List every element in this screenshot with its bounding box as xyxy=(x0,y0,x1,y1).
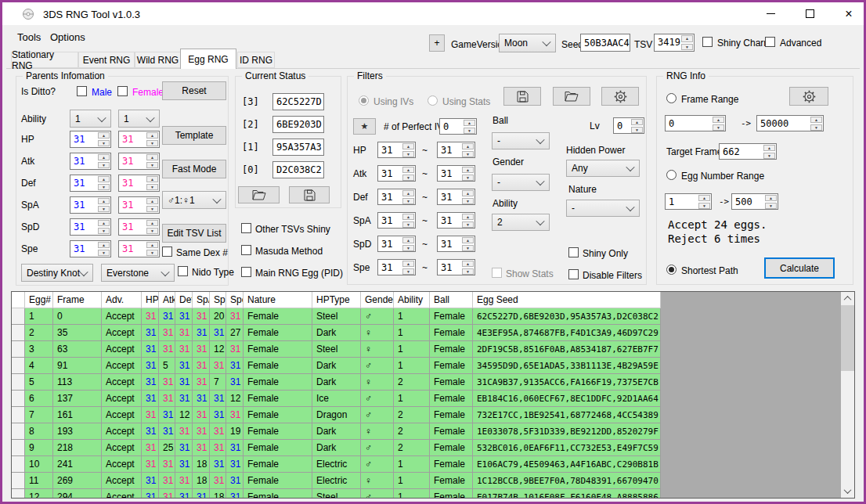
maximize-button[interactable] xyxy=(796,2,824,25)
shiny-charm-checkbox[interactable] xyxy=(702,37,713,47)
shiny-only-checkbox[interactable] xyxy=(568,247,579,257)
using-ivs-radio[interactable] xyxy=(359,95,369,106)
filter-spe-min-input[interactable]: 31 xyxy=(377,259,416,275)
spinner-buttons[interactable] xyxy=(98,131,110,147)
column-header[interactable]: Gender xyxy=(361,292,394,308)
main-rng-egg-checkbox[interactable] xyxy=(241,267,251,277)
status-value-2[interactable]: 6BE9203D xyxy=(272,116,324,133)
spinner-buttons[interactable] xyxy=(146,175,159,191)
parent-female-spd-input[interactable]: 31 xyxy=(118,218,160,236)
save-status-button[interactable] xyxy=(289,186,330,203)
spinner-buttons[interactable] xyxy=(146,197,159,213)
table-row[interactable]: 5113Accept31313131731FemaleDark♀2Female3… xyxy=(12,374,661,391)
egg-max-input[interactable]: 500 xyxy=(731,193,778,210)
save-filters-button[interactable] xyxy=(503,87,541,106)
ball-select[interactable]: - xyxy=(492,132,550,149)
table-row[interactable]: 7161Accept313112313131FemaleDragon♂2Fema… xyxy=(12,407,661,423)
column-header[interactable]: Egg Seed xyxy=(473,292,661,308)
rng-settings-button[interactable] xyxy=(789,87,828,106)
other-tsvs-shiny-checkbox[interactable] xyxy=(241,223,251,233)
parent-female-spa-input[interactable]: 31 xyxy=(118,196,160,214)
table-row[interactable]: 6137Accept313131313112FemaleIce♂1FemaleE… xyxy=(12,391,661,407)
parent-male-spe-input[interactable]: 31 xyxy=(70,240,111,257)
tab-egg-rng[interactable]: Egg RNG xyxy=(180,49,236,69)
disable-filters-checkbox[interactable] xyxy=(568,269,579,279)
hidden-power-select[interactable]: Any xyxy=(566,160,640,177)
filter-def-max-input[interactable]: 31 xyxy=(437,189,475,205)
spinner-buttons[interactable] xyxy=(681,34,694,51)
fast-mode-button[interactable]: Fast Mode xyxy=(162,160,226,178)
filters-settings-button[interactable] xyxy=(601,87,639,106)
frame-range-radio[interactable] xyxy=(666,93,677,103)
game-version-select[interactable]: Moon xyxy=(499,34,556,52)
spinner-buttons[interactable] xyxy=(631,118,644,133)
table-row[interactable]: 8193Accept313131313119FemaleDark♀2Female… xyxy=(12,423,661,440)
scroll-down-icon[interactable] xyxy=(841,484,854,498)
spinner-buttons[interactable] xyxy=(402,166,415,181)
filter-spa-max-input[interactable]: 31 xyxy=(437,212,475,229)
spinner-buttons[interactable] xyxy=(462,166,474,181)
filter-hp-min-input[interactable]: 31 xyxy=(377,142,416,158)
parent-male-hp-input[interactable]: 31 xyxy=(70,131,111,148)
spinner-buttons[interactable] xyxy=(402,142,415,157)
menu-tools[interactable]: Tools xyxy=(17,31,41,43)
male-item-select[interactable]: Destiny Knot xyxy=(21,264,93,282)
frame-min-input[interactable]: 0 xyxy=(665,115,726,131)
male-ability-select[interactable]: 1 xyxy=(70,110,111,128)
gender-ratio-select[interactable]: ♂1:♀1 xyxy=(162,191,226,209)
reset-button[interactable]: Reset xyxy=(162,81,226,100)
spinner-buttons[interactable] xyxy=(464,119,476,134)
add-profile-button[interactable]: + xyxy=(429,34,445,52)
nature-select[interactable]: - xyxy=(566,200,640,217)
menu-options[interactable]: Options xyxy=(50,31,85,43)
filter-atk-min-input[interactable]: 31 xyxy=(377,165,416,182)
female-ability-select[interactable]: 1 xyxy=(118,110,160,128)
edit-tsv-list-button[interactable]: Edit TSV List xyxy=(162,224,226,243)
column-header[interactable]: HPType xyxy=(312,292,361,308)
column-header[interactable]: Atk xyxy=(159,292,175,308)
status-value-0[interactable]: D2C038C2 xyxy=(272,161,324,178)
column-header[interactable]: Spe xyxy=(226,292,244,308)
parent-male-atk-input[interactable]: 31 xyxy=(70,153,111,170)
spinner-buttons[interactable] xyxy=(98,241,110,257)
spinner-buttons[interactable] xyxy=(98,153,110,169)
table-row[interactable]: 9218Accept312531313131FemaleDark♂2Female… xyxy=(12,440,661,456)
column-header[interactable]: Adv. xyxy=(102,292,142,308)
tab-stationary-rng[interactable]: Stationary RNG xyxy=(11,52,78,68)
template-button[interactable]: Template xyxy=(162,126,226,145)
column-header[interactable]: SpD xyxy=(210,292,226,308)
filter-spa-min-input[interactable]: 31 xyxy=(377,212,416,229)
spinner-buttons[interactable] xyxy=(698,194,711,209)
spinner-buttons[interactable] xyxy=(98,175,110,191)
spinner-buttons[interactable] xyxy=(462,189,474,204)
table-row[interactable]: 12294Accept313131311831FemaleSteel♂1Fema… xyxy=(12,489,661,499)
tsv-input[interactable]: 3419 xyxy=(654,34,695,52)
lv-input[interactable]: 0 xyxy=(613,117,644,134)
parent-male-spd-input[interactable]: 31 xyxy=(70,218,111,236)
nido-type-checkbox[interactable] xyxy=(178,266,188,276)
table-row[interactable]: 363Accept313131311231FemaleSteel♀1Female… xyxy=(12,341,661,358)
column-header[interactable]: Frame xyxy=(53,292,102,308)
tab-event-rng[interactable]: Event RNG xyxy=(78,52,135,68)
column-header[interactable]: Nature xyxy=(244,292,312,308)
column-header[interactable]: Ability xyxy=(394,292,430,308)
parent-male-spa-input[interactable]: 31 xyxy=(70,196,111,214)
spinner-buttons[interactable] xyxy=(146,241,159,257)
calculate-button[interactable]: Calculate xyxy=(764,257,835,279)
column-header[interactable]: HP xyxy=(142,292,159,308)
scrollbar-thumb[interactable] xyxy=(841,305,854,371)
filter-hp-max-input[interactable]: 31 xyxy=(437,142,475,158)
tab-wild-rng[interactable]: Wild RNG xyxy=(135,52,181,68)
spinner-buttons[interactable] xyxy=(402,236,415,251)
scroll-up-icon[interactable] xyxy=(841,292,854,305)
female-item-select[interactable]: Everstone xyxy=(101,264,175,282)
gender-select[interactable]: - xyxy=(492,174,550,191)
perfect-ivs-input[interactable]: 0 xyxy=(439,118,477,135)
spinner-buttons[interactable] xyxy=(810,116,823,131)
status-value-3[interactable]: 62C5227D xyxy=(272,93,324,110)
column-header[interactable]: SpA xyxy=(193,292,210,308)
spinner-buttons[interactable] xyxy=(98,219,110,235)
spinner-buttons[interactable] xyxy=(763,144,776,159)
spinner-buttons[interactable] xyxy=(402,260,415,275)
filter-atk-max-input[interactable]: 31 xyxy=(437,165,475,182)
